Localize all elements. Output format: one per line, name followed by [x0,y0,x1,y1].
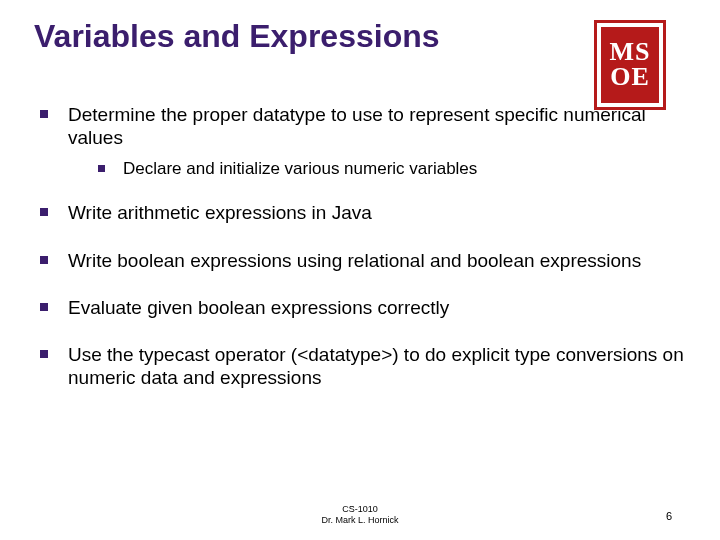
item-text: Use the typecast operator (<datatype>) t… [68,343,686,389]
bullet-icon [40,303,48,311]
slide-title: Variables and Expressions [34,18,686,55]
bullet-icon [40,208,48,216]
footer: CS-1010 Dr. Mark L. Hornick [0,504,720,527]
logo-text-line2: OE [610,65,650,90]
item-text: Write boolean expressions using relation… [68,249,686,272]
logo-inner: MS OE [601,27,659,103]
bullet-icon [98,165,105,172]
footer-course: CS-1010 [0,504,720,515]
slide: Variables and Expressions MS OE Determin… [0,0,720,540]
bullet-icon [40,256,48,264]
bullet-icon [40,350,48,358]
logo-frame: MS OE [594,20,666,110]
item-text: Write arithmetic expressions in Java [68,201,686,224]
bullet-icon [40,110,48,118]
item-text: Evaluate given boolean expressions corre… [68,296,686,319]
list-item: Determine the proper datatype to use to … [40,103,686,149]
list-item: Use the typecast operator (<datatype>) t… [40,343,686,389]
msoe-logo: MS OE [594,20,666,110]
footer-author: Dr. Mark L. Hornick [0,515,720,526]
page-number: 6 [666,510,672,522]
content-area: Determine the proper datatype to use to … [34,103,686,389]
list-item: Write arithmetic expressions in Java [40,201,686,224]
subitem-text: Declare and initialize various numeric v… [123,159,477,179]
list-subitem: Declare and initialize various numeric v… [98,159,686,179]
list-item: Evaluate given boolean expressions corre… [40,296,686,319]
list-item: Write boolean expressions using relation… [40,249,686,272]
